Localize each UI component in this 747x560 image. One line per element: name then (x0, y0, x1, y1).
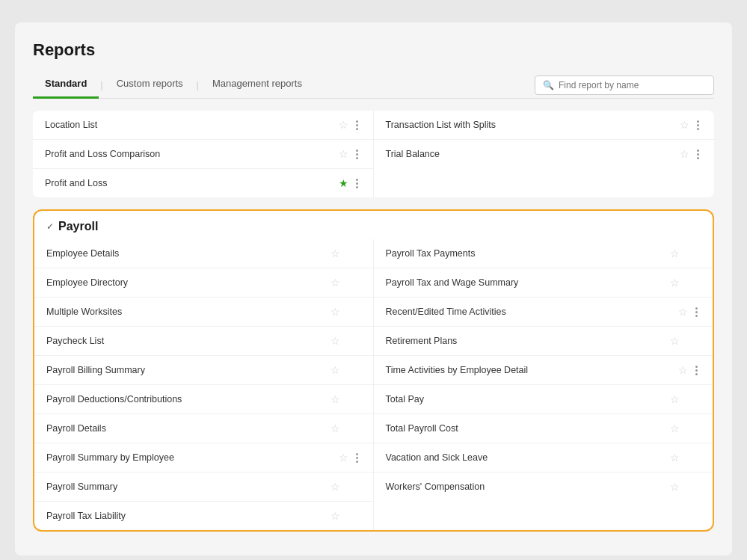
star-icon[interactable]: ☆ (329, 479, 342, 494)
payroll-section-title: Payroll (58, 220, 98, 233)
tab-divider-1: | (99, 73, 104, 98)
star-icon[interactable]: ☆ (668, 333, 681, 348)
report-row: Time Activities by Employee Detail ☆ (374, 356, 713, 385)
report-row: Recent/Edited Time Activities ☆ (374, 298, 713, 327)
report-actions: ☆ (678, 117, 702, 132)
more-menu-icon[interactable] (694, 148, 702, 161)
report-actions: ☆ (677, 304, 701, 319)
more-menu-icon[interactable] (694, 119, 702, 132)
tab-management[interactable]: Management reports (200, 72, 314, 99)
star-icon[interactable]: ☆ (668, 246, 681, 261)
payroll-right-col: Payroll Tax Payments ☆ Payroll Tax and W… (374, 239, 713, 530)
tab-divider-2: | (195, 73, 200, 98)
report-actions: ☆ (329, 508, 361, 523)
top-reports-left-col: Location List ☆ Profit and Loss Comparis… (33, 111, 374, 197)
report-row: Payroll Tax and Wage Summary ☆ (374, 268, 713, 298)
star-icon[interactable]: ☆ (329, 246, 342, 261)
more-menu-icon[interactable] (353, 148, 361, 161)
star-icon[interactable]: ☆ (677, 363, 689, 378)
report-row: Payroll Details ☆ (34, 414, 373, 443)
report-row: Payroll Billing Summary ☆ (34, 356, 373, 385)
tabs-nav: Standard | Custom reports | Management r… (33, 72, 314, 98)
star-icon[interactable]: ☆ (329, 333, 342, 348)
star-icon[interactable]: ☆ (668, 275, 681, 290)
report-actions: ☆ (329, 246, 361, 261)
page-title: Reports (33, 40, 714, 60)
star-icon[interactable]: ☆ (329, 275, 342, 290)
report-actions: ☆ (668, 246, 701, 261)
report-actions: ☆ (329, 392, 361, 407)
tab-custom[interactable]: Custom reports (105, 72, 195, 99)
report-row: Payroll Summary by Employee ☆ (34, 443, 373, 473)
more-menu-icon[interactable] (692, 306, 701, 319)
report-actions: ☆ (668, 275, 701, 290)
payroll-left-col: Employee Details ☆ Employee Directory ☆ … (34, 239, 374, 530)
star-icon[interactable]: ☆ (329, 304, 342, 319)
report-row: Paycheck List ☆ (34, 327, 373, 356)
star-icon[interactable]: ☆ (668, 479, 681, 494)
report-actions: ☆ (329, 333, 361, 348)
star-icon[interactable]: ☆ (337, 450, 350, 465)
star-icon[interactable]: ☆ (337, 117, 350, 132)
star-icon[interactable]: ☆ (668, 392, 681, 407)
star-icon[interactable]: ☆ (329, 363, 342, 378)
report-row: Retirement Plans ☆ (374, 327, 713, 356)
report-row: Trial Balance ☆ (374, 140, 715, 168)
page-container: Reports Standard | Custom reports | Mana… (15, 22, 732, 556)
report-row: Payroll Tax Payments ☆ (374, 239, 713, 268)
star-icon[interactable]: ☆ (668, 421, 681, 436)
search-icon: 🔍 (543, 80, 554, 90)
report-actions: ☆ (337, 147, 361, 161)
star-icon[interactable]: ☆ (678, 147, 691, 161)
star-icon[interactable]: ☆ (678, 117, 691, 132)
report-row: Payroll Tax Liability ☆ (34, 502, 373, 530)
more-menu-icon[interactable] (353, 177, 361, 190)
report-actions: ☆ (337, 117, 361, 132)
report-actions: ☆ (668, 479, 701, 494)
report-row: Employee Directory ☆ (34, 268, 373, 298)
report-actions: ☆ (668, 421, 701, 436)
top-reports-right-col: Transaction List with Splits ☆ Trial Bal… (374, 111, 715, 197)
more-menu-icon[interactable] (353, 119, 361, 132)
report-row: Total Payroll Cost ☆ (374, 414, 713, 443)
star-icon[interactable]: ☆ (329, 421, 342, 436)
payroll-reports-grid: Employee Details ☆ Employee Directory ☆ … (34, 239, 713, 530)
search-input[interactable] (559, 80, 706, 90)
report-actions: ☆ (329, 275, 361, 290)
star-icon[interactable]: ☆ (337, 147, 350, 161)
report-row: Profit and Loss Comparison ☆ (33, 140, 373, 169)
report-actions: ☆ (668, 333, 701, 348)
report-row: Location List ☆ (33, 111, 373, 140)
top-reports-section: Location List ☆ Profit and Loss Comparis… (33, 111, 714, 197)
more-menu-icon[interactable] (692, 364, 701, 377)
star-icon[interactable]: ☆ (668, 450, 681, 465)
report-row: Profit and Loss ★ (33, 169, 373, 197)
star-icon[interactable]: ☆ (329, 508, 342, 523)
star-icon[interactable]: ☆ (677, 304, 689, 319)
star-icon[interactable]: ☆ (329, 392, 342, 407)
chevron-icon: ✓ (46, 221, 54, 232)
report-actions: ☆ (337, 450, 361, 465)
report-actions: ☆ (329, 363, 361, 378)
tabs-search-bar: Standard | Custom reports | Management r… (33, 72, 714, 99)
tab-standard[interactable]: Standard (33, 72, 99, 99)
more-menu-icon[interactable] (353, 452, 361, 464)
report-row: Payroll Summary ☆ (34, 473, 373, 502)
report-row: Transaction List with Splits ☆ (374, 111, 715, 140)
report-actions: ☆ (329, 304, 361, 319)
payroll-section: ✓ Payroll Employee Details ☆ Employee Di… (33, 209, 714, 532)
report-actions: ★ (337, 176, 361, 191)
report-actions: ☆ (668, 392, 701, 407)
top-reports-grid: Location List ☆ Profit and Loss Comparis… (33, 111, 714, 197)
report-row: Vacation and Sick Leave ☆ (374, 443, 713, 473)
report-row: Payroll Deductions/Contributions ☆ (34, 385, 373, 414)
report-row: Multiple Worksites ☆ (34, 298, 373, 327)
star-icon-filled[interactable]: ★ (337, 176, 350, 191)
payroll-section-header: ✓ Payroll (34, 211, 713, 239)
report-actions: ☆ (329, 421, 361, 436)
report-actions: ☆ (668, 450, 701, 465)
report-actions: ☆ (677, 363, 701, 378)
report-row: Total Pay ☆ (374, 385, 713, 414)
report-row: Employee Details ☆ (34, 239, 373, 268)
report-actions: ☆ (329, 479, 361, 494)
